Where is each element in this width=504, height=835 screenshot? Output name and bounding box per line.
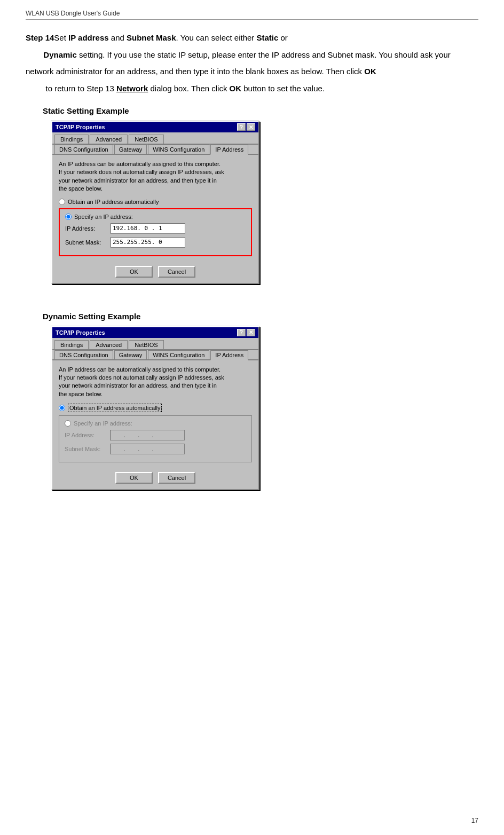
dynamic-cancel-btn[interactable]: Cancel	[158, 472, 195, 484]
step-text4: to return to Step 13	[43, 84, 116, 93]
dynamic-radio-specify-row: Specify an IP address:	[65, 420, 246, 427]
static-tabs-row2: DNS Configuration Gateway WINS Configura…	[52, 145, 258, 155]
dynamic-subnet-label: Subnet Mask:	[65, 446, 110, 452]
dynamic-description: An IP address can be automatically assig…	[59, 366, 252, 399]
dynamic-tab-advanced[interactable]: Advanced	[90, 340, 128, 349]
dynamic-tabs-row2: DNS Configuration Gateway WINS Configura…	[52, 350, 258, 360]
static-close-btn[interactable]: ✕	[247, 123, 255, 131]
dynamic-obtain-label: Obtain an IP address automatically	[68, 404, 162, 412]
static-title-bar: TCP/IP Properties ? ✕	[52, 122, 258, 132]
dynamic-label: Dynamic	[43, 50, 77, 59]
static-obtain-label: Obtain an IP address automatically	[68, 199, 159, 205]
page-header: WLAN USB Dongle User's Guide	[26, 10, 478, 20]
dynamic-ip-row: IP Address:	[65, 430, 246, 440]
static-ok-btn[interactable]: OK	[115, 266, 153, 278]
dynamic-subnet-row: Subnet Mask:	[65, 444, 246, 454]
static-ip-label: IP Address:	[65, 225, 111, 232]
dynamic-help-btn[interactable]: ?	[237, 329, 246, 336]
dynamic-tab-netbios[interactable]: NetBIOS	[129, 340, 163, 349]
ok-label: OK	[364, 67, 376, 76]
step-intro: Set	[54, 33, 68, 42]
header-title: WLAN USB Dongle User's Guide	[26, 10, 120, 17]
static-title-controls: ? ✕	[237, 123, 255, 131]
network-label: Network	[116, 84, 148, 93]
static-dialog: TCP/IP Properties ? ✕ Bindings Advanced …	[51, 121, 259, 284]
static-subnet-row: Subnet Mask:	[65, 237, 246, 248]
static-radio-specify-row: Specify an IP address:	[65, 214, 246, 220]
static-tabs-row1: Bindings Advanced NetBIOS	[52, 132, 258, 145]
subnet-label: Subnet Mask	[127, 33, 176, 42]
dynamic-subnet-input	[110, 444, 185, 454]
static-tab-gateway[interactable]: Gateway	[114, 145, 147, 154]
static-tab-ipaddress[interactable]: IP Address	[210, 145, 248, 155]
step-number: Step 14	[26, 33, 54, 42]
static-radio-obtain[interactable]	[59, 199, 65, 205]
static-dialog-body: An IP address can be automatically assig…	[52, 155, 258, 262]
dynamic-section: Dynamic Setting Example TCP/IP Propertie…	[26, 312, 478, 506]
step-text6: button to set the value.	[241, 84, 325, 93]
static-specify-box: Specify an IP address: IP Address: Subne…	[59, 208, 252, 256]
dynamic-dialog-wrapper: TCP/IP Properties ? ✕ Bindings Advanced …	[51, 326, 259, 491]
static-ip-input[interactable]	[111, 223, 185, 234]
static-specify-label: Specify an IP address:	[74, 214, 133, 220]
dynamic-close-btn[interactable]: ✕	[247, 329, 255, 336]
static-section-title: Static Setting Example	[43, 106, 478, 115]
static-label: Static	[257, 33, 279, 42]
dynamic-specify-box: Specify an IP address: IP Address: Subne…	[59, 415, 252, 462]
dynamic-tabs-row1: Bindings Advanced NetBIOS	[52, 338, 258, 350]
step-text2: or	[278, 33, 288, 42]
dynamic-dialog: TCP/IP Properties ? ✕ Bindings Advanced …	[51, 326, 259, 491]
dynamic-title-bar: TCP/IP Properties ? ✕	[52, 327, 258, 338]
static-tab-bindings[interactable]: Bindings	[54, 135, 89, 144]
dynamic-ip-label: IP Address:	[65, 432, 110, 438]
dynamic-footer: OK Cancel	[52, 468, 258, 489]
static-dialog-wrapper: TCP/IP Properties ? ✕ Bindings Advanced …	[51, 121, 259, 284]
static-subnet-input[interactable]	[111, 237, 185, 248]
dynamic-radio-obtain[interactable]	[59, 405, 65, 411]
static-tab-advanced[interactable]: Advanced	[90, 135, 128, 144]
step-and: and	[109, 33, 127, 42]
page-number: 17	[471, 817, 478, 824]
step-text: Step 14Set IP address and Subnet Mask. Y…	[26, 29, 478, 97]
static-tab-wins[interactable]: WINS Configuration	[148, 145, 209, 154]
step-text3: setting. If you use the static IP setup,…	[26, 50, 451, 76]
dynamic-tab-ipaddress[interactable]: IP Address	[210, 350, 248, 360]
static-tab-dns[interactable]: DNS Configuration	[54, 145, 113, 154]
static-subnet-label: Subnet Mask:	[65, 239, 111, 246]
dynamic-radio-specify[interactable]	[65, 420, 71, 427]
static-section: Static Setting Example TCP/IP Properties…	[26, 106, 478, 299]
dynamic-radio-obtain-row: Obtain an IP address automatically	[59, 404, 252, 412]
static-description: An IP address can be automatically assig…	[59, 160, 252, 193]
static-dialog-title: TCP/IP Properties	[56, 124, 105, 130]
dynamic-specify-label: Specify an IP address:	[74, 420, 132, 427]
dynamic-tab-dns[interactable]: DNS Configuration	[54, 350, 113, 359]
static-radio-specify[interactable]	[65, 214, 72, 220]
dynamic-dialog-body: An IP address can be automatically assig…	[52, 360, 258, 468]
step-text1: . You can select either	[176, 33, 257, 42]
static-help-btn[interactable]: ?	[237, 123, 246, 131]
ok-label2: OK	[230, 84, 242, 93]
static-ip-row: IP Address:	[65, 223, 246, 234]
dynamic-section-title: Dynamic Setting Example	[43, 312, 478, 321]
dynamic-ip-input	[110, 430, 185, 440]
dynamic-ok-btn[interactable]: OK	[115, 472, 153, 484]
static-tab-netbios[interactable]: NetBIOS	[129, 135, 163, 144]
ip-label: IP address	[68, 33, 109, 42]
static-radio-obtain-row: Obtain an IP address automatically	[59, 199, 252, 205]
step-text5: dialog box. Then click	[148, 84, 229, 93]
dynamic-title-controls: ? ✕	[237, 329, 255, 336]
dynamic-dialog-title: TCP/IP Properties	[56, 329, 105, 336]
dynamic-tab-bindings[interactable]: Bindings	[54, 340, 89, 349]
static-cancel-btn[interactable]: Cancel	[158, 266, 195, 278]
dynamic-tab-gateway[interactable]: Gateway	[114, 350, 147, 359]
dynamic-tab-wins[interactable]: WINS Configuration	[148, 350, 209, 359]
static-footer: OK Cancel	[52, 262, 258, 283]
